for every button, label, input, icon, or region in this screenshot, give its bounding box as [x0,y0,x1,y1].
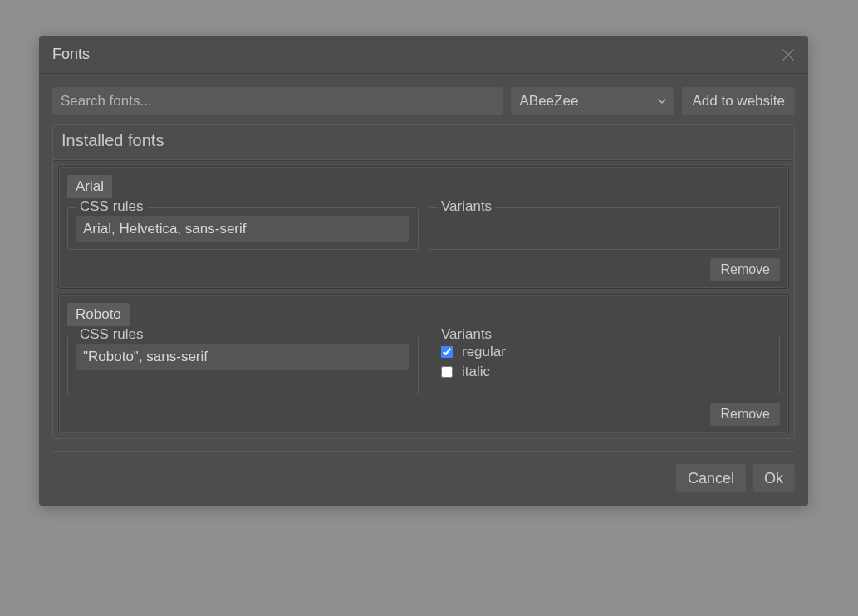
variant-checkbox[interactable] [441,346,453,358]
variants-group: Variants regular italic [429,335,780,394]
installed-fonts-body: Arial CSS rules Variants Remove [53,166,794,433]
css-rules-label: CSS rules [76,198,147,215]
dialog-title: Fonts [52,46,90,62]
cancel-button[interactable]: Cancel [676,464,746,492]
installed-fonts-section: Installed fonts Arial CSS rules Variants [52,124,795,439]
variant-label: regular [462,344,506,360]
css-rules-label: CSS rules [76,326,147,343]
ok-button[interactable]: Ok [753,464,795,492]
close-icon[interactable] [780,46,797,63]
remove-font-button[interactable]: Remove [710,403,780,426]
top-toolbar: ABeeZee Add to website [52,87,795,115]
css-rules-input[interactable] [76,216,409,242]
add-to-website-button[interactable]: Add to website [682,87,795,115]
font-card: Arial CSS rules Variants Remove [58,166,789,289]
font-family-select[interactable]: ABeeZee [511,87,674,115]
font-name-chip: Arial [67,175,112,198]
css-rules-group: CSS rules [67,335,419,394]
font-family-select-value: ABeeZee [519,93,578,110]
variant-row[interactable]: regular [438,344,771,360]
css-rules-input[interactable] [76,344,409,370]
variant-row[interactable]: italic [438,364,771,380]
variants-label: Variants [438,326,495,343]
font-card: Roboto CSS rules Variants regular [58,294,789,433]
remove-font-button[interactable]: Remove [710,258,780,281]
css-rules-group: CSS rules [67,207,419,250]
dialog-footer: Cancel Ok [39,452,808,492]
variant-label: italic [462,364,490,380]
variants-list: regular italic [438,344,771,380]
installed-fonts-title: Installed fonts [53,125,794,161]
dialog-header: Fonts [39,36,808,74]
fonts-dialog: Fonts ABeeZee Add to website Installed f… [39,36,808,506]
dialog-body: ABeeZee Add to website Installed fonts A… [39,74,808,452]
chevron-down-icon [657,96,667,106]
variant-checkbox[interactable] [441,366,453,378]
font-name-chip: Roboto [67,303,130,326]
variants-group: Variants [429,207,780,250]
search-input[interactable] [52,87,503,115]
variants-label: Variants [438,198,495,215]
